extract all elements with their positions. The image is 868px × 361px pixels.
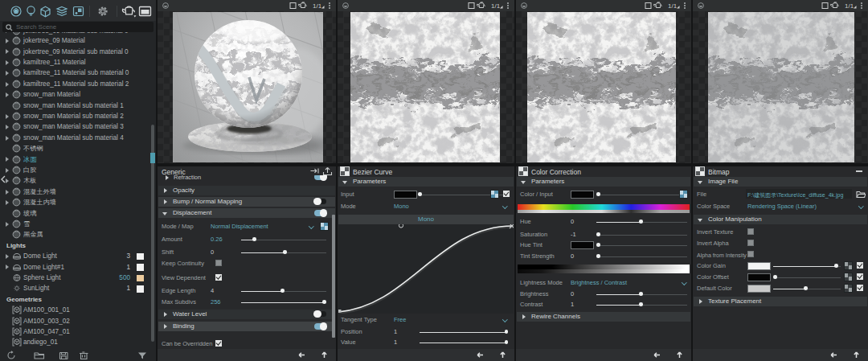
svg-text:1/1: 1/1: [668, 2, 678, 10]
svg-text:1/1: 1/1: [845, 2, 854, 10]
svg-text:1/1: 1/1: [491, 2, 501, 10]
svg-text:1/1: 1/1: [313, 2, 322, 10]
